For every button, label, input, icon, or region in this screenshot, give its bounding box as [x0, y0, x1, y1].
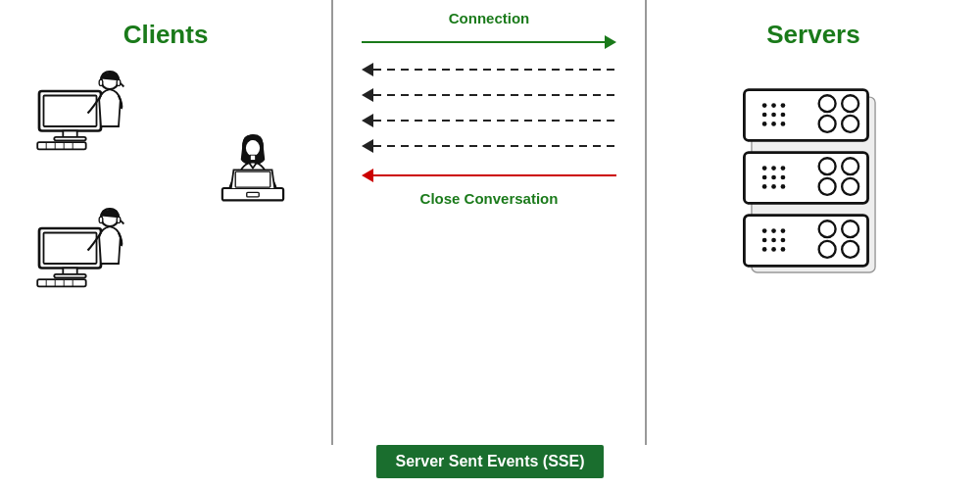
dashed-arrowhead-3: [362, 114, 373, 127]
svg-point-57: [819, 158, 836, 174]
svg-point-68: [762, 247, 767, 252]
diagram-container: Clients: [0, 0, 980, 490]
svg-point-72: [842, 220, 858, 237]
svg-line-12: [121, 83, 124, 87]
svg-point-71: [819, 220, 836, 237]
svg-point-49: [771, 166, 776, 171]
svg-point-54: [762, 184, 767, 189]
close-label: Close Conversation: [420, 190, 559, 207]
svg-point-35: [771, 103, 776, 108]
svg-point-38: [771, 113, 776, 118]
arrow-close: [362, 169, 616, 182]
dashed-line-1: [373, 69, 616, 71]
svg-point-60: [842, 178, 858, 195]
close-arrowhead: [362, 169, 373, 182]
dashed-arrowhead-2: [362, 88, 373, 102]
svg-point-69: [771, 247, 776, 252]
client-row-mid: [10, 133, 321, 212]
dashed-line-2: [373, 94, 616, 96]
arrow-dashed-1: [362, 63, 616, 76]
svg-point-64: [781, 228, 786, 233]
svg-point-36: [781, 103, 786, 108]
svg-point-62: [762, 228, 767, 233]
arrow-dashed-3: [362, 114, 616, 127]
svg-point-34: [762, 103, 767, 108]
svg-point-63: [771, 228, 776, 233]
col-middle: Connection: [333, 0, 647, 445]
svg-point-14: [246, 140, 260, 156]
connection-arrowhead: [605, 35, 616, 49]
client-laptop-icon: [204, 133, 302, 212]
svg-point-37: [762, 113, 767, 118]
svg-point-43: [819, 95, 836, 112]
svg-point-52: [771, 175, 776, 180]
servers-title: Servers: [766, 20, 859, 50]
dashed-arrowhead-1: [362, 63, 373, 76]
arrow-connection: [362, 35, 616, 49]
sse-badge: Server Sent Events (SSE): [376, 445, 605, 478]
arrows-area: Connection: [333, 10, 645, 207]
svg-point-58: [842, 158, 858, 174]
connection-line: [362, 41, 605, 43]
svg-rect-17: [235, 172, 270, 187]
svg-point-42: [781, 122, 786, 126]
svg-point-55: [771, 184, 776, 189]
svg-point-46: [842, 116, 858, 132]
dashed-line-3: [373, 120, 616, 122]
svg-point-73: [819, 241, 836, 258]
client-desktop2-icon: [29, 202, 137, 290]
svg-rect-18: [247, 192, 259, 196]
svg-point-39: [781, 113, 786, 118]
svg-rect-22: [54, 274, 85, 278]
svg-line-31: [121, 220, 124, 224]
svg-point-70: [781, 247, 786, 252]
close-line: [373, 174, 616, 176]
svg-rect-15: [250, 155, 255, 160]
arrow-dashed-2: [362, 88, 616, 102]
svg-point-48: [762, 166, 767, 171]
svg-point-44: [842, 95, 858, 112]
client-row-bot: [10, 202, 321, 290]
svg-point-50: [781, 166, 786, 171]
svg-rect-10: [99, 79, 103, 85]
dashed-line-4: [373, 145, 616, 147]
connection-label: Connection: [449, 10, 530, 26]
dashed-arrowhead-4: [362, 139, 373, 153]
svg-rect-23: [37, 279, 85, 286]
svg-point-40: [762, 122, 767, 126]
col-clients: Clients: [0, 0, 333, 445]
svg-point-66: [771, 238, 776, 243]
svg-rect-29: [99, 217, 103, 222]
svg-point-59: [819, 178, 836, 195]
svg-rect-11: [117, 79, 121, 85]
main-content: Clients: [0, 0, 980, 445]
col-servers: Servers: [647, 0, 980, 445]
svg-rect-30: [117, 217, 121, 222]
arrow-dashed-4: [362, 139, 616, 153]
svg-point-45: [819, 116, 836, 132]
clients-title: Clients: [123, 20, 209, 50]
svg-point-74: [842, 241, 858, 258]
clients-icons: [0, 65, 331, 290]
svg-point-53: [781, 175, 786, 180]
svg-point-41: [771, 122, 776, 126]
server-stack-icon: [735, 79, 892, 275]
svg-point-51: [762, 175, 767, 180]
svg-point-67: [781, 238, 786, 243]
svg-point-65: [762, 238, 767, 243]
svg-point-56: [781, 184, 786, 189]
